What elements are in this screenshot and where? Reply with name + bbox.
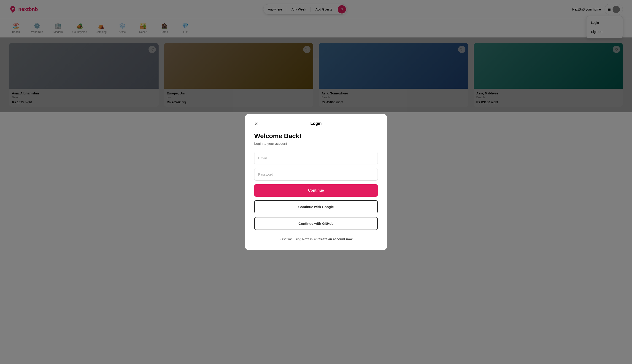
modal-overlay[interactable]: ✕ Login Welcome Back! Login to your acco… [0,0,632,112]
